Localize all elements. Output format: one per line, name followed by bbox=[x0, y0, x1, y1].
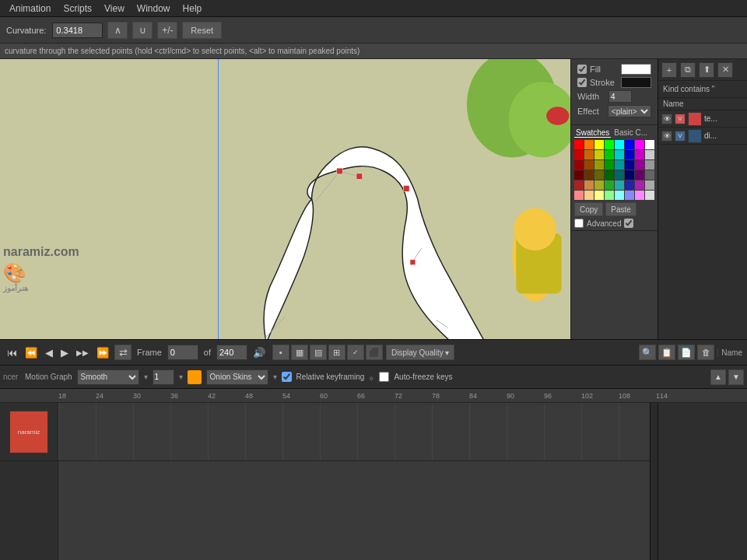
swatch-cell[interactable] bbox=[615, 150, 624, 159]
swatch-cell[interactable] bbox=[584, 140, 594, 149]
swatch-cell[interactable] bbox=[645, 160, 654, 170]
swatch-cell[interactable] bbox=[645, 150, 654, 159]
stroke-color-swatch[interactable] bbox=[621, 77, 651, 88]
swatch-cell[interactable] bbox=[574, 150, 584, 159]
swatch-cell[interactable] bbox=[584, 160, 594, 170]
layer-eye-1[interactable]: 👁 bbox=[661, 114, 672, 124]
display-quality-button[interactable]: Display Quality ▾ bbox=[386, 345, 454, 360]
play-button[interactable]: ▶ bbox=[58, 345, 71, 360]
swatch-cell[interactable] bbox=[625, 191, 634, 200]
menu-scripts[interactable]: Scripts bbox=[57, 2, 98, 16]
swatch-cell[interactable] bbox=[594, 160, 604, 170]
swatch-cell[interactable] bbox=[645, 191, 654, 200]
smooth-select[interactable]: Smooth Linear None bbox=[77, 369, 139, 385]
swatch-cell[interactable] bbox=[605, 140, 614, 149]
swatches-tab-2[interactable]: Basic C... bbox=[612, 128, 649, 138]
add-layer-btn[interactable]: + bbox=[661, 62, 677, 78]
menu-animation[interactable]: Animation bbox=[3, 2, 57, 16]
autofreeze-checkbox[interactable] bbox=[379, 372, 389, 382]
swatch-cell[interactable] bbox=[574, 191, 584, 200]
swatch-cell[interactable] bbox=[605, 191, 614, 200]
swatch-cell[interactable] bbox=[605, 180, 614, 190]
view-btn-1[interactable]: ▪ bbox=[272, 345, 289, 360]
prev-frame-button[interactable]: ◀ bbox=[43, 345, 55, 360]
peak-button[interactable]: ∧ bbox=[107, 22, 128, 39]
effect-select[interactable]: <plain> bbox=[608, 105, 651, 117]
layer-eye-2[interactable]: 👁 bbox=[661, 131, 672, 142]
swatches-tab-1[interactable]: Swatches bbox=[574, 128, 611, 138]
swatch-cell[interactable] bbox=[574, 180, 584, 190]
rewind-button[interactable]: ⏮ bbox=[5, 345, 19, 360]
view-btn-5[interactable]: ⬛ bbox=[366, 345, 383, 360]
swatch-cell[interactable] bbox=[605, 160, 614, 170]
total-frames-input[interactable] bbox=[216, 345, 247, 360]
menu-help[interactable]: Help bbox=[177, 2, 209, 16]
swatch-cell[interactable] bbox=[625, 160, 634, 170]
swatch-cell[interactable] bbox=[594, 170, 604, 180]
delete-layer-btn[interactable]: ✕ bbox=[717, 62, 733, 78]
audio-button[interactable]: 🔊 bbox=[251, 345, 268, 360]
swatch-cell[interactable] bbox=[635, 191, 644, 200]
duplicate-layer-btn[interactable]: ⧉ bbox=[680, 62, 696, 78]
next-key-button[interactable]: ⏩ bbox=[94, 345, 111, 360]
reset-button[interactable]: Reset bbox=[182, 22, 222, 39]
swatch-cell[interactable] bbox=[625, 180, 634, 190]
swatch-cell[interactable] bbox=[594, 191, 604, 200]
swatch-cell[interactable] bbox=[605, 150, 614, 159]
swatch-cell[interactable] bbox=[635, 170, 644, 180]
paste-button[interactable]: Paste bbox=[605, 202, 637, 216]
swatch-cell[interactable] bbox=[615, 140, 624, 149]
panel-icon-d[interactable]: 🗑 bbox=[697, 345, 714, 360]
advanced-checkbox2[interactable] bbox=[624, 219, 633, 228]
swatch-cell[interactable] bbox=[584, 170, 594, 180]
panel-icon-a[interactable]: 🔍 bbox=[639, 345, 656, 360]
menu-window[interactable]: Window bbox=[131, 2, 177, 16]
move-layer-btn[interactable]: ⬆ bbox=[699, 62, 714, 78]
swatch-cell[interactable] bbox=[615, 180, 624, 190]
swatch-cell[interactable] bbox=[574, 160, 584, 170]
track-content-1[interactable] bbox=[58, 403, 650, 460]
track-num-input[interactable] bbox=[153, 369, 174, 385]
canvas-area[interactable]: naramiz.com 🎨 هنرآموز bbox=[0, 59, 570, 339]
onion-select[interactable]: Onion Skins bbox=[206, 369, 268, 385]
swatch-cell[interactable] bbox=[584, 191, 594, 200]
panel-icon-c[interactable]: 📄 bbox=[678, 345, 695, 360]
swatch-cell[interactable] bbox=[635, 140, 644, 149]
menu-view[interactable]: View bbox=[98, 2, 131, 16]
swatch-cell[interactable] bbox=[574, 170, 584, 180]
view-btn-2[interactable]: ▦ bbox=[291, 345, 308, 360]
swatch-cell[interactable] bbox=[615, 191, 624, 200]
panel-icon-b[interactable]: 📋 bbox=[658, 345, 675, 360]
view-btn-3[interactable]: ▤ bbox=[310, 345, 327, 360]
swatch-cell[interactable] bbox=[625, 140, 634, 149]
track-arrow-down[interactable]: ▼ bbox=[728, 369, 744, 385]
fill-color-swatch[interactable] bbox=[621, 64, 651, 75]
swatch-cell[interactable] bbox=[645, 140, 654, 149]
swatch-cell[interactable] bbox=[625, 150, 634, 159]
stroke-checkbox[interactable] bbox=[577, 78, 587, 87]
swatch-cell[interactable] bbox=[574, 140, 584, 149]
plusminus-button[interactable]: +/- bbox=[157, 22, 177, 39]
prev-key-button[interactable]: ⏪ bbox=[23, 345, 40, 360]
swatch-cell[interactable] bbox=[594, 180, 604, 190]
advanced-checkbox[interactable] bbox=[574, 219, 584, 228]
swatch-cell[interactable] bbox=[635, 150, 644, 159]
timeline-scrollbar-v[interactable] bbox=[650, 403, 658, 560]
swatch-cell[interactable] bbox=[625, 170, 634, 180]
swatch-cell[interactable] bbox=[584, 180, 594, 190]
next-frame-button[interactable]: ▶▶ bbox=[74, 347, 91, 359]
checkmark-btn[interactable]: ✓ bbox=[347, 345, 364, 360]
relative-keyframing-checkbox[interactable] bbox=[282, 372, 292, 382]
swatch-cell[interactable] bbox=[594, 140, 604, 149]
view-btn-4[interactable]: ⊞ bbox=[328, 345, 345, 360]
swatch-cell[interactable] bbox=[645, 180, 654, 190]
swatch-cell[interactable] bbox=[594, 150, 604, 159]
swatch-cell[interactable] bbox=[615, 160, 624, 170]
loop-button[interactable]: ⇄ bbox=[114, 345, 132, 360]
frame-input[interactable] bbox=[167, 345, 198, 360]
swatch-cell[interactable] bbox=[615, 170, 624, 180]
swatch-cell[interactable] bbox=[605, 170, 614, 180]
onion-color-btn[interactable]: ● bbox=[188, 370, 202, 384]
curvature-input[interactable] bbox=[52, 23, 103, 38]
swatch-cell[interactable] bbox=[645, 170, 654, 180]
